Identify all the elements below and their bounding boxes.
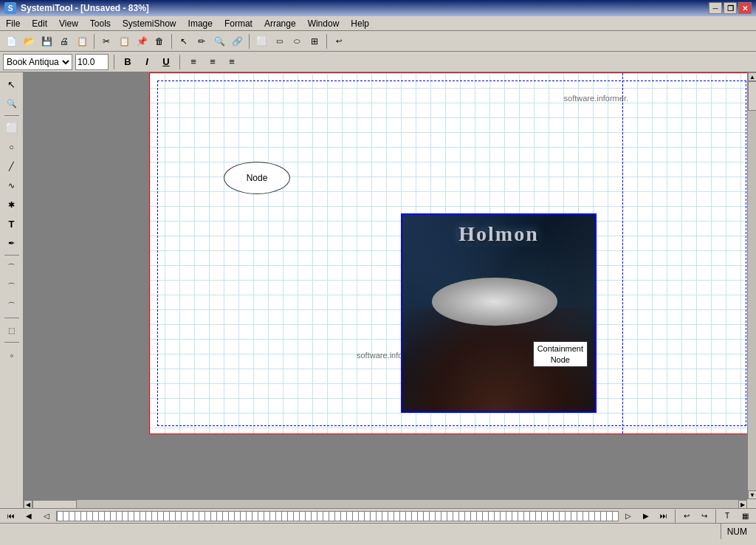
- font-size-input[interactable]: [75, 54, 109, 70]
- tool-sep-2: [4, 255, 19, 256]
- anim-prev-frame-button[interactable]: ◁: [38, 508, 55, 523]
- toolbar-sep-2: [171, 34, 172, 49]
- menu-format[interactable]: Format: [219, 16, 258, 30]
- node-ellipse[interactable]: Node: [224, 162, 290, 194]
- scroll-up-button[interactable]: ▲: [748, 72, 756, 81]
- menu-file[interactable]: File: [0, 16, 26, 30]
- scroll-right-button[interactable]: ▶: [738, 500, 747, 508]
- toolbar-sep-3: [249, 34, 250, 49]
- toolbox: ↖ 🔍 ⬜ ○ ╱ ∿ ✱ T ✒ ⌒ ⌒ ⌒ ⬚ ⬦: [0, 72, 24, 508]
- h-scroll-thumb[interactable]: [32, 500, 77, 508]
- text-tool[interactable]: T: [3, 215, 21, 233]
- delete-button[interactable]: 🗑: [151, 33, 168, 49]
- zoom-tool[interactable]: 🔍: [3, 95, 21, 112]
- align-left-button[interactable]: ≡: [185, 54, 202, 70]
- menu-view[interactable]: View: [53, 16, 84, 30]
- rounded-rect-button[interactable]: ▭: [271, 33, 287, 49]
- preview-button[interactable]: 📋: [74, 33, 90, 49]
- save-button[interactable]: 💾: [38, 33, 55, 49]
- connector-tool[interactable]: ✱: [3, 196, 21, 213]
- toolbar-sep-1: [94, 34, 94, 49]
- anim-redo-button[interactable]: ↪: [696, 508, 712, 523]
- anim-sep2: [715, 510, 716, 523]
- anim-next-frame-button[interactable]: ▷: [620, 508, 636, 523]
- italic-button[interactable]: I: [139, 54, 155, 70]
- menu-bar: File Edit View Tools SystemiShow Image F…: [0, 16, 756, 31]
- anim-end-button[interactable]: ⏭: [656, 508, 672, 523]
- new-button[interactable]: 📄: [3, 33, 19, 49]
- image-tool[interactable]: ⬚: [3, 321, 21, 339]
- bold-button[interactable]: B: [120, 54, 136, 70]
- menu-tools[interactable]: Tools: [84, 16, 117, 30]
- anim-strip[interactable]: [56, 511, 619, 521]
- anim-cmd-button[interactable]: ▦: [737, 508, 753, 523]
- bezier-tool[interactable]: ⌒: [3, 278, 21, 295]
- window-title: SystemiTool - [Unsaved - 83%]: [21, 3, 149, 13]
- animation-bar: ⏮ ◀ ◁ ▷ ▶ ⏭ ↩ ↪ T ▦: [0, 508, 756, 523]
- fantasy-image: Holmon Containment Node: [402, 215, 595, 411]
- cut-button[interactable]: ✂: [98, 33, 114, 49]
- anim-next-button[interactable]: ▶: [638, 508, 654, 523]
- align-right-button[interactable]: ≡: [224, 54, 240, 70]
- menu-edit[interactable]: Edit: [26, 16, 53, 30]
- v-scroll-thumb[interactable]: [748, 81, 756, 111]
- curve-tool[interactable]: ∿: [3, 176, 21, 194]
- group-button[interactable]: ⊞: [306, 33, 323, 49]
- close-button[interactable]: ✕: [738, 2, 752, 14]
- copy-button[interactable]: 📋: [116, 33, 132, 49]
- toolbar: 📄 📂 💾 🖨 📋 ✂ 📋 📌 🗑 ↖ ✏ 🔍 🔗 ⬜ ▭ ⬭ ⊞ ↩: [0, 31, 756, 52]
- fantasy-image-title: Holmon: [410, 222, 588, 246]
- arc-tool[interactable]: ⌒: [3, 258, 21, 276]
- font-family-select[interactable]: Book Antiqua: [3, 54, 72, 70]
- extra-tool[interactable]: ⬦: [3, 346, 21, 363]
- node-label: Node: [247, 173, 268, 183]
- toolbar-sep-4: [326, 34, 327, 49]
- image-block[interactable]: Holmon Containment Node: [401, 213, 597, 413]
- anim-text-button[interactable]: T: [719, 508, 735, 523]
- h-scroll-track[interactable]: [32, 500, 738, 508]
- align-center-button[interactable]: ≡: [205, 54, 221, 70]
- v-dash-line-1: [622, 73, 623, 433]
- zoom-button[interactable]: 🔍: [211, 33, 227, 49]
- font-bar: Book Antiqua B I U ≡ ≡ ≡: [0, 52, 756, 72]
- watermark-top: software.informer.: [564, 94, 628, 103]
- link-button[interactable]: 🔗: [229, 33, 245, 49]
- app-icon: S: [4, 2, 16, 14]
- scrollbar-corner: [747, 499, 756, 508]
- tool-sep-3: [4, 318, 19, 318]
- font-sep-1: [114, 55, 114, 69]
- paste-button[interactable]: 📌: [134, 33, 150, 49]
- canvas-area[interactable]: software.informer. Node software.informe…: [24, 72, 756, 508]
- containment-node-label: Containment Node: [533, 341, 588, 367]
- scroll-down-button[interactable]: ▼: [748, 490, 756, 499]
- select-button[interactable]: ↖: [176, 33, 192, 49]
- print-button[interactable]: 🖨: [56, 33, 72, 49]
- minimize-button[interactable]: ─: [709, 2, 722, 14]
- anim-undo-button[interactable]: ↩: [678, 508, 695, 523]
- select-tool[interactable]: ↖: [3, 75, 21, 93]
- anim-rewind-button[interactable]: ⏮: [3, 508, 19, 523]
- menu-arrange[interactable]: Arrange: [258, 16, 302, 30]
- menu-help[interactable]: Help: [345, 16, 375, 30]
- restore-button[interactable]: ❐: [724, 2, 737, 14]
- ellipse-tb-button[interactable]: ⬭: [289, 33, 305, 49]
- v-scroll-track[interactable]: [748, 81, 756, 490]
- undo-button[interactable]: ↩: [331, 33, 347, 49]
- menu-image[interactable]: Image: [182, 16, 219, 30]
- menu-systemishow[interactable]: SystemiShow: [117, 16, 182, 30]
- rect-tool[interactable]: ⬜: [3, 119, 21, 137]
- ellipse-tool[interactable]: ○: [3, 138, 21, 156]
- status-bar: NUM: [0, 523, 756, 539]
- menu-window[interactable]: Window: [302, 16, 346, 30]
- pen-tool[interactable]: ✒: [3, 234, 21, 252]
- pencil-button[interactable]: ✏: [193, 33, 210, 49]
- v-scrollbar: ▲ ▼: [747, 72, 756, 499]
- oval-in-image[interactable]: [432, 278, 557, 326]
- open-button[interactable]: 📂: [21, 33, 37, 49]
- poly-tool[interactable]: ⌒: [3, 297, 21, 315]
- underline-button[interactable]: U: [158, 54, 174, 70]
- anim-prev-button[interactable]: ◀: [21, 508, 37, 523]
- scroll-left-button[interactable]: ◀: [24, 500, 32, 508]
- rect-button[interactable]: ⬜: [253, 33, 269, 49]
- line-tool[interactable]: ╱: [3, 157, 21, 175]
